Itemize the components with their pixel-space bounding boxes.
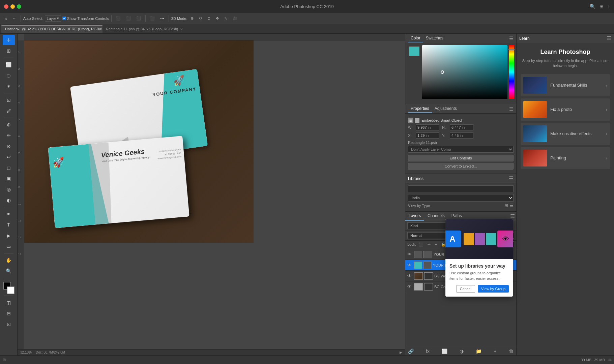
new-layer-button[interactable]: + xyxy=(494,348,497,354)
libraries-source-dropdown[interactable]: India xyxy=(408,194,514,202)
tab-properties[interactable]: Properties xyxy=(408,105,432,113)
shape-tool[interactable]: ▭ xyxy=(3,241,15,251)
3d-camera-button[interactable]: 🎥 xyxy=(231,15,239,22)
color-hue-slider[interactable] xyxy=(509,45,514,99)
eyedropper-tool[interactable]: 🖉 xyxy=(3,106,15,116)
zoom-tool[interactable]: 🔍 xyxy=(3,266,15,276)
y-input[interactable] xyxy=(450,132,473,139)
layer-visibility-3[interactable]: 👁 xyxy=(407,273,413,278)
list-view-button[interactable]: ☰ xyxy=(509,203,514,208)
screen-mode-button[interactable]: ⊟ xyxy=(3,308,15,318)
add-mask-button[interactable]: ⬜ xyxy=(442,348,447,354)
add-fx-button[interactable]: fx xyxy=(426,348,430,354)
layer-visibility-1[interactable]: 👁 xyxy=(407,252,413,257)
tab-adjustments[interactable]: Adjustments xyxy=(432,105,460,113)
close-button[interactable] xyxy=(4,4,8,9)
type-tool[interactable]: T xyxy=(3,220,15,230)
move-tool-button[interactable]: ↔ xyxy=(10,16,18,22)
learn-item-creative[interactable]: Make creative effects › xyxy=(521,123,610,145)
tab-1[interactable]: Untitled-1 @ 32.2% (YOUR DESIGN HERE (Fr… xyxy=(1,25,103,33)
lock-pixels-button[interactable]: ⬛ xyxy=(417,242,425,247)
props-panel-menu[interactable]: ☰ xyxy=(509,106,514,112)
tab-swatches[interactable]: Swatches xyxy=(423,34,446,42)
magic-wand-tool[interactable]: ✴ xyxy=(3,81,15,91)
move-tool[interactable]: ✛ xyxy=(3,35,15,45)
show-transform-checkbox[interactable]: Show Transform Controls xyxy=(62,17,109,21)
tab-2[interactable]: Rectangle 11.psb @ 84.6% (Logo, RGB/8#) … xyxy=(103,25,187,33)
height-input[interactable] xyxy=(450,124,473,130)
edit-contents-button[interactable]: Edit Contents xyxy=(408,155,514,161)
marquee-tool[interactable]: ⬜ xyxy=(3,60,15,70)
lock-position-button[interactable]: ✏ xyxy=(426,242,432,247)
zoom-button-extra[interactable]: ⊡ xyxy=(3,319,15,329)
popup-confirm-button[interactable]: View by Group xyxy=(478,285,509,293)
layer-mask-thumb-2 xyxy=(423,262,432,269)
minimize-button[interactable] xyxy=(10,4,15,9)
history-brush-tool[interactable]: ↩ xyxy=(3,152,15,162)
background-color[interactable] xyxy=(7,286,14,294)
align-center-button[interactable]: ⬛ xyxy=(124,15,133,22)
hand-tool[interactable]: ✋ xyxy=(3,255,15,265)
brush-tool[interactable]: ✏ xyxy=(3,130,15,141)
layer-visibility-4[interactable]: 👁 xyxy=(407,284,413,289)
learn-panel-menu[interactable]: ☰ xyxy=(607,35,611,41)
new-group-button[interactable]: 📁 xyxy=(476,348,481,354)
canvas-area[interactable]: 1 2 3 4 5 6 7 8 9 10 11 12 13 1 2 xyxy=(18,34,405,355)
toolbox: ✛ ⊞ ⬜ ◌ ✴ ⊡ 🖉 ⊕ ✏ ⊗ ↩ ◻ ▣ ◎ ◐ ✒ T ▶ ▭ ✋ … xyxy=(0,34,18,355)
tab-color[interactable]: Color xyxy=(408,34,423,42)
lasso-tool[interactable]: ◌ xyxy=(3,70,15,81)
scroll-right-button[interactable]: ▶ xyxy=(400,351,402,354)
home-button[interactable]: ⌂ xyxy=(3,16,9,22)
maximize-button[interactable] xyxy=(17,4,21,9)
clone-stamp-tool[interactable]: ⊗ xyxy=(3,141,15,151)
share-icon[interactable]: ↑ xyxy=(608,4,610,9)
artboard-tool[interactable]: ⊞ xyxy=(3,46,15,56)
grid-view-button[interactable]: ⊞ xyxy=(504,203,508,208)
more-options-button[interactable]: ••• xyxy=(158,16,166,22)
search-icon[interactable]: 🔍 xyxy=(590,4,595,9)
tab-layers[interactable]: Layers xyxy=(405,212,424,221)
lock-artboard-button[interactable]: + xyxy=(433,242,438,247)
three-d-label: 3D Mode: xyxy=(171,17,187,21)
layer-comp-dropdown[interactable]: Don't Apply Layer Comp xyxy=(408,146,514,153)
dodge-tool[interactable]: ◐ xyxy=(3,195,15,205)
new-adjustment-button[interactable]: ◑ xyxy=(460,348,464,354)
convert-to-linked-button[interactable]: Convert to Linked... xyxy=(408,163,514,170)
3d-pan-button[interactable]: ✥ xyxy=(214,15,221,22)
link-layers-button[interactable]: 🔗 xyxy=(408,348,414,354)
libraries-search-input[interactable] xyxy=(408,185,514,192)
view-by-type-label: View by Type xyxy=(408,204,430,208)
learn-item-painting[interactable]: Painting › xyxy=(521,147,610,169)
color-panel-menu[interactable]: ☰ xyxy=(509,36,514,41)
x-input[interactable] xyxy=(416,132,439,139)
3d-mode-button[interactable]: ⊕ xyxy=(188,15,196,22)
delete-layer-button[interactable]: 🗑 xyxy=(509,348,514,354)
layer-visibility-2[interactable]: 👁 xyxy=(407,263,413,268)
crop-tool[interactable]: ⊡ xyxy=(3,95,15,105)
healing-tool[interactable]: ⊕ xyxy=(3,120,15,130)
3d-roll-button[interactable]: ⊙ xyxy=(205,15,212,22)
width-input[interactable] xyxy=(416,124,439,130)
quick-mask-button[interactable]: ◫ xyxy=(3,298,15,308)
tab-2-close[interactable]: ✕ xyxy=(179,27,183,31)
tab-channels[interactable]: Channels xyxy=(424,212,448,221)
popup-cancel-button[interactable]: Cancel xyxy=(456,285,475,293)
learn-item-fundamental[interactable]: Fundamental Skills › xyxy=(521,74,610,96)
arrange-icon[interactable]: ⊞ xyxy=(600,4,604,9)
layer-dropdown[interactable]: Layer ▾ xyxy=(45,15,61,22)
path-select-tool[interactable]: ▶ xyxy=(3,231,15,241)
pen-tool[interactable]: ✒ xyxy=(3,209,15,219)
libraries-title: Libraries xyxy=(408,176,423,181)
gradient-tool[interactable]: ▣ xyxy=(3,174,15,184)
align-left-button[interactable]: ⬛ xyxy=(114,15,123,22)
distribute-button[interactable]: ⬛ xyxy=(148,15,157,22)
3d-scale-button[interactable]: ⤡ xyxy=(222,15,229,22)
eraser-tool[interactable]: ◻ xyxy=(3,163,15,173)
blur-tool[interactable]: ◎ xyxy=(3,184,15,194)
tool-sep-1 xyxy=(4,58,13,58)
3d-rotate-button[interactable]: ↺ xyxy=(197,15,204,22)
align-right-button[interactable]: ⬛ xyxy=(134,15,143,22)
libraries-menu[interactable]: ☰ xyxy=(509,175,514,182)
learn-item-fix-photo[interactable]: Fix a photo › xyxy=(521,98,610,121)
color-gradient-area[interactable] xyxy=(422,45,507,99)
